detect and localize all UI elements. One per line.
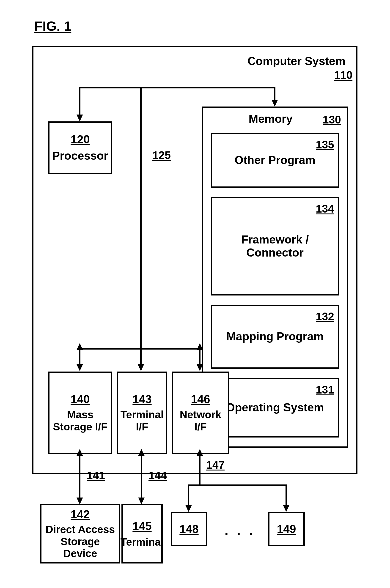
mass-link-arrow-down <box>77 498 83 504</box>
mass-link-arrow-up <box>77 449 83 456</box>
mass-storage-if-label: Mass Storage I/F <box>49 409 111 433</box>
terminal-box: 145 Terminal <box>121 504 163 563</box>
network-fan-horiz <box>188 485 287 486</box>
bus-horizontal <box>79 87 275 89</box>
network-drop-148-arrow <box>185 505 192 512</box>
processor-box: 120 Processor <box>48 121 112 174</box>
other-program-label: Other Program <box>235 154 316 167</box>
computer-system-label: Computer System <box>247 54 345 68</box>
mapping-ref: 132 <box>316 310 334 323</box>
network-link-ref: 147 <box>206 458 225 471</box>
terminal-if-ref: 143 <box>132 393 151 406</box>
bus-left-leg <box>79 87 80 117</box>
memory-label: Memory <box>249 112 292 126</box>
network-if-box: 146 Network I/F <box>172 371 229 454</box>
bus-drop-mass <box>79 348 80 366</box>
os-label: Operating System <box>226 401 324 414</box>
network-if-ref: 146 <box>191 393 210 406</box>
processor-ref: 120 <box>71 133 90 146</box>
framework-ref: 134 <box>316 202 334 215</box>
network-link-vert <box>199 454 200 486</box>
bus-drop-mass-arrow-up <box>77 343 83 350</box>
bus-to-processor-arrow <box>77 115 83 121</box>
mass-storage-if-ref: 140 <box>71 393 90 406</box>
mapping-label: Mapping Program <box>226 330 324 343</box>
net-box-148-ref: 148 <box>179 523 198 536</box>
mass-link-line <box>79 454 80 500</box>
bus-drop-net <box>199 348 200 366</box>
terminal-link-arrow-up <box>138 449 145 456</box>
dasd-ref: 142 <box>71 508 90 521</box>
terminal-link-arrow-down <box>138 498 145 504</box>
framework-label: Framework / Connector <box>212 233 338 260</box>
figure-title: FIG. 1 <box>34 18 71 34</box>
bus-center-vertical <box>140 87 142 348</box>
other-program-ref: 135 <box>316 138 334 151</box>
terminal-link-line <box>141 454 142 500</box>
dasd-box: 142 Direct Access Storage Device <box>40 504 120 563</box>
network-link-arrow-up <box>196 449 203 456</box>
terminal-if-box: 143 Terminal I/F <box>117 371 167 454</box>
mass-storage-if-box: 140 Mass Storage I/F <box>48 371 112 454</box>
bus-to-memory-arrow <box>272 100 278 106</box>
mass-link-ref: 141 <box>87 469 105 482</box>
bus-drop-term <box>140 348 142 366</box>
network-drop-149-arrow <box>283 505 290 512</box>
terminal-if-label: Terminal I/F <box>118 409 166 433</box>
terminal-link-ref: 144 <box>148 469 167 482</box>
bus-drop-term-arrow <box>138 364 144 371</box>
network-drop-148 <box>188 485 189 507</box>
os-ref: 131 <box>316 383 334 396</box>
ellipsis: . . . <box>225 522 255 538</box>
processor-label: Processor <box>52 149 108 163</box>
bus-drop-mass-arrow <box>77 364 83 371</box>
computer-system-ref: 110 <box>334 69 352 81</box>
terminal-ref: 145 <box>132 520 151 533</box>
net-box-148: 148 <box>171 512 207 546</box>
bus-if-horizontal <box>79 348 200 350</box>
network-drop-149 <box>286 485 287 507</box>
dasd-label: Direct Access Storage Device <box>42 523 119 560</box>
memory-ref: 130 <box>323 113 341 126</box>
terminal-label: Terminal <box>119 536 165 548</box>
network-if-label: Network I/F <box>173 409 228 433</box>
net-box-149: 149 <box>268 512 305 546</box>
bus-ref: 125 <box>152 149 171 162</box>
net-box-149-ref: 149 <box>277 523 296 536</box>
